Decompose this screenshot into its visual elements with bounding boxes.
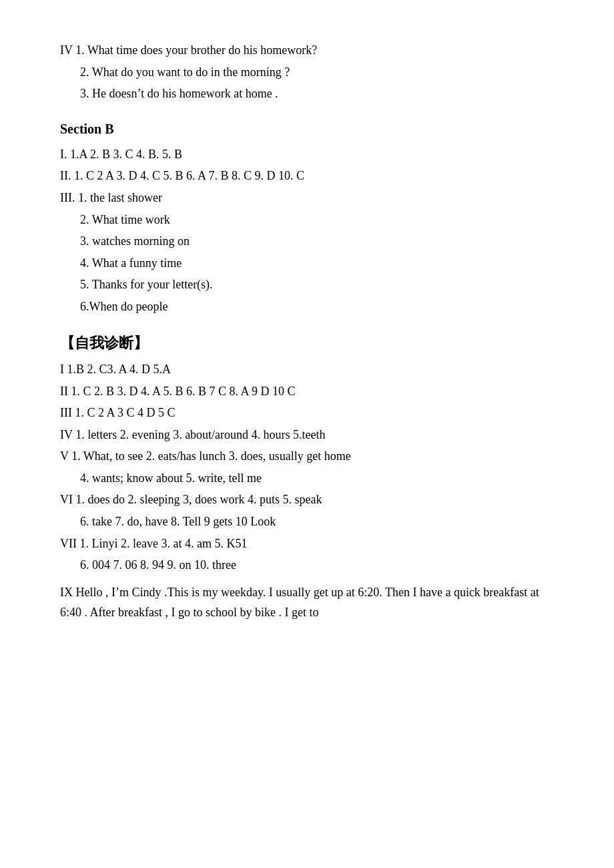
ziwo-VI2: 6. take 7. do, have 8. Tell 9 gets 10 Lo… xyxy=(80,511,561,532)
page-content: IV 1. What time does your brother do his… xyxy=(60,40,561,623)
section-b-I: I. 1.A 2. B 3. C 4. B. 5. B xyxy=(60,144,561,165)
section-b-III-6: 6.When do people xyxy=(80,296,561,317)
ziwo-VII1: VII 1. Linyi 2. leave 3. at 4. am 5. K51 xyxy=(60,533,561,554)
ziwo-section: 【自我诊断】 I 1.B 2. C3. A 4. D 5.A II 1. C 2… xyxy=(60,331,561,624)
ziwo-VII2: 6. 004 7. 06 8. 94 9. on 10. three xyxy=(80,555,561,576)
ziwo-I: I 1.B 2. C3. A 4. D 5.A xyxy=(60,359,561,380)
section-b-III-2: 2. What time work xyxy=(80,210,561,230)
ziwo-IX: IX Hello , I’m Cindy .This is my weekday… xyxy=(60,582,561,623)
ziwo-IV: IV 1. letters 2. evening 3. about/around… xyxy=(60,425,561,445)
section-b-III-3: 3. watches morning on xyxy=(80,231,561,252)
iv-line-2: 2. What do you want to do in the morning… xyxy=(80,62,561,83)
ziwo-II: II 1. C 2. B 3. D 4. A 5. B 6. B 7 C 8. … xyxy=(60,381,561,402)
ziwo-title: 【自我诊断】 xyxy=(60,331,561,355)
section-b-III-label: III. 1. the last shower xyxy=(60,188,561,208)
section-b-III-4: 4. What a funny time xyxy=(80,253,561,274)
iv-line-3: 3. He doesn’t do his homework at home . xyxy=(80,83,561,104)
ziwo-V1: V 1. What, to see 2. eats/has lunch 3. d… xyxy=(60,446,561,467)
section-b-II: II. 1. C 2 A 3. D 4. C 5. B 6. A 7. B 8.… xyxy=(60,166,561,186)
ziwo-VI1: VI 1. does do 2. sleeping 3, does work 4… xyxy=(60,489,561,510)
section-b: Section B I. 1.A 2. B 3. C 4. B. 5. B II… xyxy=(60,118,561,317)
iv-line-1: IV 1. What time does your brother do his… xyxy=(60,40,561,61)
ziwo-V2: 4. wants; know about 5. write, tell me xyxy=(80,468,561,489)
ziwo-III: III 1. C 2 A 3 C 4 D 5 C xyxy=(60,403,561,423)
section-iv-top: IV 1. What time does your brother do his… xyxy=(60,40,561,104)
section-b-title: Section B xyxy=(60,118,561,140)
section-b-III-5: 5. Thanks for your letter(s). xyxy=(80,274,561,295)
